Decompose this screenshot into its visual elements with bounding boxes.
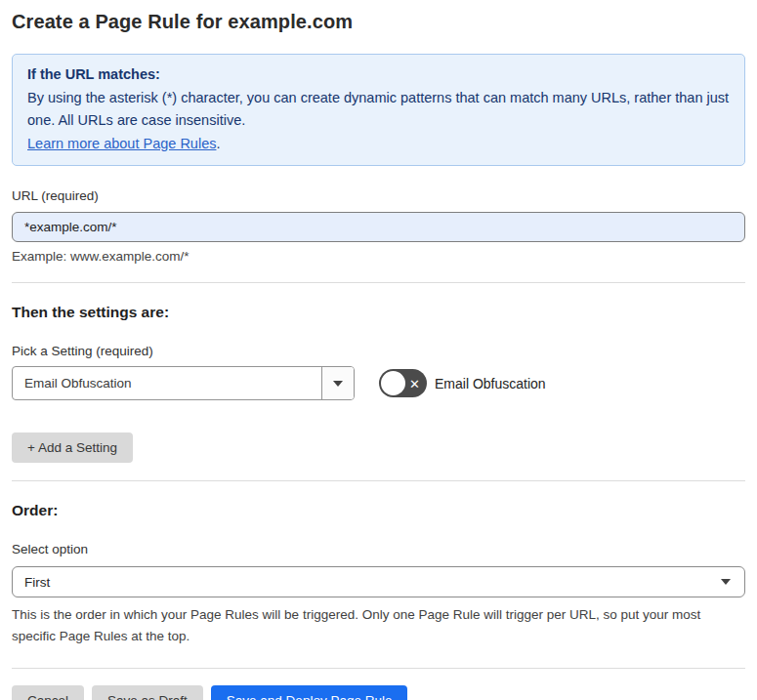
pick-setting-label: Pick a Setting (required) (12, 344, 745, 359)
url-label: URL (required) (12, 188, 745, 204)
order-select-value: First (24, 575, 50, 590)
divider (12, 480, 745, 481)
order-select[interactable]: First (12, 566, 745, 597)
url-example-helper: Example: www.example.com/* (12, 249, 745, 265)
page-title: Create a Page Rule for example.com (12, 10, 745, 33)
email-obfuscation-toggle[interactable]: ✕ (379, 369, 427, 397)
learn-more-link[interactable]: Learn more about Page Rules (27, 136, 216, 151)
info-box-heading: If the URL matches: (27, 63, 730, 87)
url-input[interactable] (12, 212, 745, 242)
create-page-rule-form: Create a Page Rule for example.com If th… (0, 0, 757, 700)
url-matches-info-box: If the URL matches: By using the asteris… (12, 54, 745, 166)
link-suffix: . (216, 136, 220, 151)
save-as-draft-button[interactable]: Save as Draft (92, 685, 203, 700)
save-and-deploy-button[interactable]: Save and Deploy Page Rule (211, 685, 408, 700)
chevron-down-icon (721, 579, 731, 585)
email-obfuscation-toggle-label: Email Obfuscation (435, 376, 546, 391)
divider (12, 282, 745, 283)
order-helper-text: This is the order in which your Page Rul… (12, 604, 745, 647)
add-setting-button[interactable]: + Add a Setting (12, 432, 133, 463)
order-select-label: Select option (12, 542, 745, 557)
toggle-off-x-icon: ✕ (409, 377, 420, 390)
toggle-knob (381, 371, 405, 395)
info-box-body: By using the asterisk (*) character, you… (27, 87, 730, 133)
setting-dropdown-value: Email Obfuscation (13, 367, 321, 399)
setting-dropdown-arrow-button[interactable] (321, 367, 354, 399)
settings-section-heading: Then the settings are: (12, 304, 745, 321)
footer-actions: Cancel Save as Draft Save and Deploy Pag… (12, 685, 745, 700)
chevron-down-icon (333, 381, 343, 387)
order-section-heading: Order: (12, 502, 745, 519)
setting-dropdown[interactable]: Email Obfuscation (12, 366, 355, 400)
divider (12, 668, 745, 669)
info-box-link-line: Learn more about Page Rules. (27, 133, 730, 156)
cancel-button[interactable]: Cancel (12, 685, 84, 700)
setting-row: Email Obfuscation ✕ Email Obfuscation (12, 366, 745, 400)
